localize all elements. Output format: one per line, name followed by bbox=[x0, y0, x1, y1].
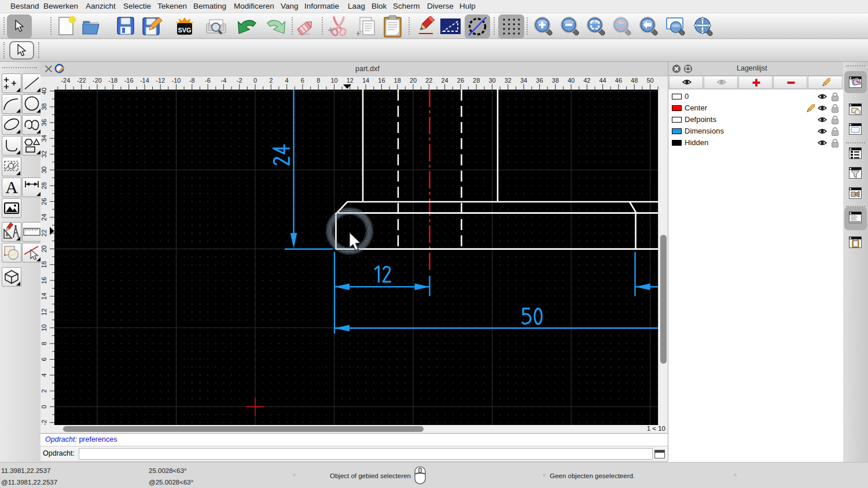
svg-text:22: 22 bbox=[41, 230, 47, 236]
svg-text:26: 26 bbox=[41, 198, 47, 205]
svg-text:16: 16 bbox=[41, 277, 47, 284]
svg-text:36: 36 bbox=[41, 119, 47, 126]
svg-text:28: 28 bbox=[473, 77, 480, 84]
svg-text:16: 16 bbox=[378, 77, 385, 84]
svg-text:-18: -18 bbox=[108, 77, 117, 84]
svg-text:-12: -12 bbox=[156, 77, 165, 84]
svg-text:-14: -14 bbox=[140, 77, 149, 84]
svg-text:40: 40 bbox=[568, 77, 575, 84]
svg-text:-16: -16 bbox=[124, 77, 134, 84]
svg-text:34: 34 bbox=[520, 77, 527, 84]
svg-text:6: 6 bbox=[41, 357, 47, 361]
svg-text:38: 38 bbox=[41, 103, 47, 110]
svg-text:0: 0 bbox=[253, 77, 257, 84]
svg-text:10: 10 bbox=[330, 77, 337, 84]
svg-text:-2: -2 bbox=[237, 77, 242, 84]
svg-text:2: 2 bbox=[269, 77, 273, 84]
svg-text:26: 26 bbox=[457, 77, 464, 84]
svg-text:8: 8 bbox=[41, 342, 47, 345]
svg-text:18: 18 bbox=[394, 77, 401, 84]
svg-text:-24: -24 bbox=[61, 77, 70, 84]
svg-text:30: 30 bbox=[41, 167, 47, 173]
svg-text:6: 6 bbox=[301, 77, 304, 84]
svg-text:12: 12 bbox=[347, 77, 354, 84]
svg-text:24: 24 bbox=[441, 77, 448, 84]
svg-text:32: 32 bbox=[41, 150, 47, 157]
svg-text:42: 42 bbox=[583, 77, 590, 84]
svg-text:22: 22 bbox=[425, 77, 432, 84]
svg-text:4: 4 bbox=[285, 77, 289, 84]
svg-text:SVG: SVG bbox=[178, 27, 191, 34]
svg-text:38: 38 bbox=[552, 77, 559, 84]
svg-text:-8: -8 bbox=[189, 77, 195, 84]
svg-text:50: 50 bbox=[646, 77, 653, 84]
svg-text:-2: -2 bbox=[41, 420, 47, 425]
svg-text:14: 14 bbox=[41, 293, 47, 300]
svg-text:-10: -10 bbox=[172, 77, 181, 84]
svg-text:20: 20 bbox=[41, 245, 47, 252]
svg-text:46: 46 bbox=[615, 77, 622, 84]
svg-text:4: 4 bbox=[41, 374, 47, 377]
svg-text:-22: -22 bbox=[77, 77, 86, 84]
svg-text:28: 28 bbox=[41, 182, 47, 189]
svg-text:10: 10 bbox=[41, 324, 47, 331]
svg-text:12: 12 bbox=[41, 308, 47, 315]
svg-text:A: A bbox=[5, 178, 18, 197]
svg-text:-6: -6 bbox=[205, 77, 211, 84]
svg-text:0: 0 bbox=[41, 405, 47, 408]
svg-text:2: 2 bbox=[41, 389, 47, 393]
svg-text:48: 48 bbox=[631, 77, 638, 84]
svg-text:20: 20 bbox=[410, 77, 417, 84]
svg-text:24: 24 bbox=[41, 214, 47, 221]
svg-text:8: 8 bbox=[317, 77, 320, 84]
svg-text:44: 44 bbox=[599, 77, 606, 84]
svg-text:18: 18 bbox=[41, 261, 47, 268]
svg-text:14: 14 bbox=[362, 77, 369, 84]
svg-text:34: 34 bbox=[41, 135, 47, 142]
svg-text:32: 32 bbox=[505, 77, 512, 84]
svg-text:30: 30 bbox=[488, 77, 495, 84]
svg-text:-20: -20 bbox=[93, 77, 102, 84]
svg-text:36: 36 bbox=[536, 77, 543, 84]
svg-text:40: 40 bbox=[41, 87, 47, 94]
svg-text:-4: -4 bbox=[221, 77, 227, 84]
